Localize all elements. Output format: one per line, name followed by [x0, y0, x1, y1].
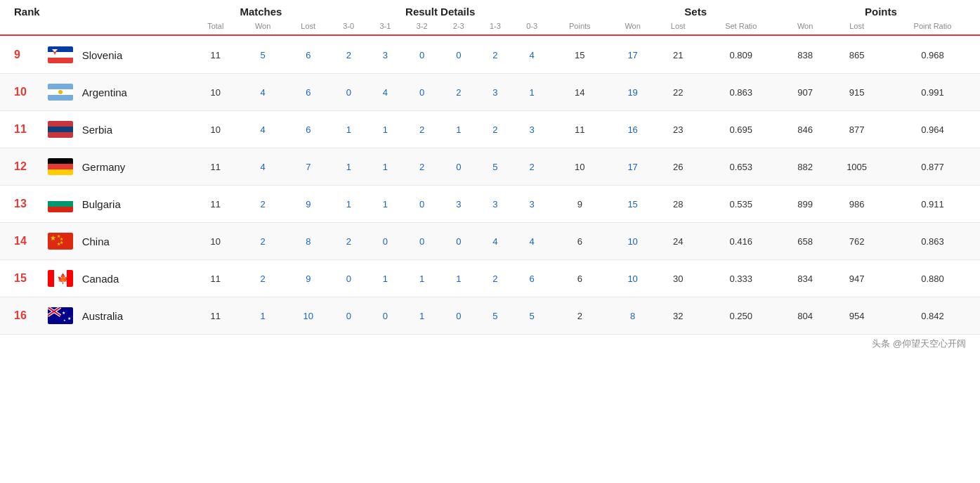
r23-cell: 2: [440, 74, 477, 111]
m-lost-cell: 9: [286, 186, 330, 223]
r03-cell: 3: [514, 111, 550, 148]
r03-cell: 5: [514, 297, 550, 335]
r13-cell: 3: [477, 74, 514, 111]
flag-china: ★★★★★: [48, 233, 73, 250]
set-ratio-cell: 0.416: [700, 223, 782, 260]
svg-text:★: ★: [63, 318, 66, 322]
p-won-cell: 838: [782, 37, 828, 74]
points-won-sub: Won: [782, 20, 828, 35]
m-lost-cell: 6: [286, 74, 330, 111]
total-cell: 10: [192, 74, 240, 111]
total-sub: Total: [192, 20, 240, 35]
m-won-cell: 5: [240, 37, 286, 74]
r31-cell: 3: [367, 37, 403, 74]
point-ratio-cell: 0.911: [885, 186, 980, 223]
table-row: 13 Bulgaria 11 2 9 1 1 0 3 3 3 9 15 28 0…: [0, 186, 980, 223]
flag-slovenia: [48, 46, 73, 63]
r23-cell: 0: [440, 297, 477, 335]
country-cell: Bulgaria: [78, 186, 192, 223]
flag-germany: [48, 158, 73, 175]
table-row: 14 ★★★★★ China 10 2 8 2 0 0 0 4 4 6 10 2…: [0, 223, 980, 260]
set-ratio-cell: 0.653: [700, 148, 782, 186]
svg-rect-1: [48, 52, 73, 58]
rank-cell: 9: [0, 37, 43, 74]
m-won-cell: 1: [240, 297, 286, 335]
flag-bulgaria: [48, 195, 73, 212]
point-ratio-cell: 0.877: [885, 148, 980, 186]
m-won-cell: 4: [240, 111, 286, 148]
country-cell: Germany: [78, 148, 192, 186]
r32-cell: 0: [404, 37, 440, 74]
svg-rect-14: [48, 169, 73, 175]
svg-text:★: ★: [50, 234, 56, 242]
flag-cell: ★★★★★: [43, 223, 78, 260]
svg-text:★: ★: [67, 316, 71, 321]
r23-cell: 3: [440, 186, 477, 223]
m-won-cell: 2: [240, 260, 286, 297]
r23-cell: 1: [440, 260, 477, 297]
m-lost-cell: 10: [286, 297, 330, 335]
r23-cell: 1: [440, 111, 477, 148]
rd-points-cell: 9: [550, 186, 609, 223]
svg-point-8: [58, 90, 63, 94]
p-won-cell: 834: [782, 260, 828, 297]
table-row: 9 Slovenia 11 5 6 2 3 0 0 2 4 15 17 21 0…: [0, 37, 980, 74]
points-lost-sub: Lost: [828, 20, 885, 35]
rank-cell: 13: [0, 186, 43, 223]
total-cell: 10: [192, 111, 240, 148]
matches-won-sub: Won: [240, 20, 286, 35]
r31-cell: 0: [367, 223, 403, 260]
point-ratio-cell: 0.863: [885, 223, 980, 260]
m-lost-cell: 7: [286, 148, 330, 186]
points-header: Points: [782, 0, 980, 20]
r23-cell: 0: [440, 148, 477, 186]
country-cell: Slovenia: [78, 37, 192, 74]
sets-header: Sets: [609, 0, 782, 20]
svg-rect-24: [48, 270, 54, 287]
p-won-cell: 658: [782, 223, 828, 260]
r30-cell: 0: [330, 260, 367, 297]
p-won-cell: 846: [782, 111, 828, 148]
r30-cell: 0: [330, 297, 367, 335]
s-won-cell: 17: [609, 148, 655, 186]
rd-points-cell: 11: [550, 111, 609, 148]
r32-cell: 1: [404, 297, 440, 335]
r13-cell: 5: [477, 148, 514, 186]
r03-cell: 6: [514, 260, 550, 297]
s-won-cell: 10: [609, 260, 655, 297]
r13-cell: 2: [477, 37, 514, 74]
m-lost-cell: 9: [286, 260, 330, 297]
matches-lost-sub: Lost: [286, 20, 330, 35]
watermark: 头条 @仰望天空心开阔: [0, 335, 980, 353]
m-lost-cell: 8: [286, 223, 330, 260]
point-ratio-cell: 0.991: [885, 74, 980, 111]
table-row: 15 🍁 Canada 11 2 9 0 1 1 1 2 6 6 10 30 0…: [0, 260, 980, 297]
country-sub: [78, 20, 192, 35]
main-header-row: Rank Matches Result Details Sets Points: [0, 0, 980, 20]
total-cell: 11: [192, 37, 240, 74]
r23-cell: 0: [440, 223, 477, 260]
rd-points-header-spacer: [550, 0, 609, 20]
r13-cell: 2: [477, 260, 514, 297]
r32-cell: 2: [404, 111, 440, 148]
s-lost-cell: 23: [656, 111, 700, 148]
rd-points-cell: 6: [550, 260, 609, 297]
s-lost-cell: 22: [656, 74, 700, 111]
r03-cell: 4: [514, 37, 550, 74]
point-ratio-cell: 0.880: [885, 260, 980, 297]
set-ratio-cell: 0.809: [700, 37, 782, 74]
r13-cell: 3: [477, 186, 514, 223]
flag-cell: [43, 111, 78, 148]
rank-cell: 10: [0, 74, 43, 111]
sub-header-row: Total Won Lost 3-0 3-1 3-2 2-3 1-3 0-3 P…: [0, 20, 980, 35]
point-ratio-cell: 0.968: [885, 37, 980, 74]
table-row: 12 Germany 11 4 7 1 1 2 0 5 2 10 17 26 0…: [0, 148, 980, 186]
point-ratio-sub: Point Ratio: [885, 20, 980, 35]
p-lost-cell: 865: [828, 37, 885, 74]
r31-sub: 3-1: [367, 20, 403, 35]
matches-header: Matches: [192, 0, 330, 20]
r03-cell: 4: [514, 223, 550, 260]
rd-points-cell: 10: [550, 148, 609, 186]
p-won-cell: 882: [782, 148, 828, 186]
p-won-cell: 907: [782, 74, 828, 111]
